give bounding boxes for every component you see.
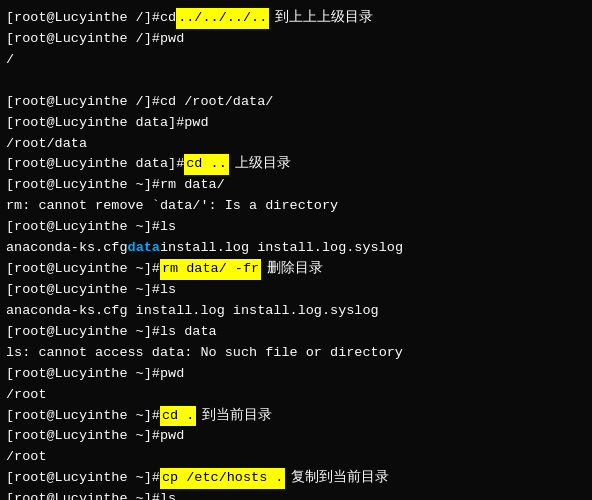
output-text: ls: cannot access data: No such file or …	[6, 343, 403, 364]
prompt: [root@Lucyinthe ~]#	[6, 468, 160, 489]
cmd-before: ls	[160, 280, 176, 301]
cmd-highlight: ../../../..	[176, 8, 269, 29]
cmd-before: pwd	[160, 426, 184, 447]
prompt: [root@Lucyinthe ~]#	[6, 364, 160, 385]
cmd-highlight: rm data/ -fr	[160, 259, 261, 280]
cmd-before: cd /root/data/	[160, 92, 273, 113]
output-text: rm: cannot remove `data/': Is a director…	[6, 196, 338, 217]
cmd-comment: 到当前目录	[202, 406, 272, 427]
prompt: [root@Lucyinthe /]#	[6, 29, 160, 50]
cmd-before: ls	[160, 217, 176, 238]
output-line: /	[6, 50, 586, 71]
cmd-highlight: cp /etc/hosts .	[160, 468, 286, 489]
prompt: [root@Lucyinthe ~]#	[6, 175, 160, 196]
command-line: [root@Lucyinthe /]# cd ../../../.. 到上上上级…	[6, 8, 586, 29]
output-text: anaconda-ks.cfg	[6, 238, 128, 259]
command-line: [root@Lucyinthe ~]# cp /etc/hosts . 复制到当…	[6, 468, 586, 489]
cmd-before: pwd	[160, 29, 184, 50]
output-text: anaconda-ks.cfg install.log install.log.…	[6, 301, 379, 322]
prompt: [root@Lucyinthe ~]#	[6, 259, 160, 280]
output-text: /root	[6, 447, 47, 468]
blank-line	[6, 71, 586, 92]
output-line: rm: cannot remove `data/': Is a director…	[6, 196, 586, 217]
cmd-before: ls data	[160, 322, 217, 343]
command-line: [root@Lucyinthe data]# pwd	[6, 113, 586, 134]
prompt: [root@Lucyinthe ~]#	[6, 426, 160, 447]
output-line: ls: cannot access data: No such file or …	[6, 343, 586, 364]
cmd-comment: 到上上上级目录	[275, 8, 373, 29]
cmd-before: pwd	[184, 113, 208, 134]
output-line: /root	[6, 385, 586, 406]
command-line: [root@Lucyinthe data]# cd .. 上级目录	[6, 154, 586, 175]
command-line: [root@Lucyinthe ~]# ls	[6, 280, 586, 301]
cmd-before: cd	[160, 8, 176, 29]
command-line: [root@Lucyinthe ~]# ls	[6, 217, 586, 238]
output-text: /root/data	[6, 134, 87, 155]
prompt: [root@Lucyinthe ~]#	[6, 322, 160, 343]
command-line: [root@Lucyinthe ~]# cd . 到当前目录	[6, 406, 586, 427]
cmd-comment: 复制到当前目录	[291, 468, 389, 489]
cmd-before: pwd	[160, 364, 184, 385]
cmd-highlight: cd ..	[184, 154, 229, 175]
output-line: anaconda-ks.cfg install.log install.log.…	[6, 301, 586, 322]
command-line: [root@Lucyinthe ~]# ls data	[6, 322, 586, 343]
prompt: [root@Lucyinthe data]#	[6, 154, 184, 175]
prompt: [root@Lucyinthe ~]#	[6, 217, 160, 238]
output-mixed-line: anaconda-ks.cfg data install.log install…	[6, 238, 586, 259]
output-blue-text: data	[128, 238, 160, 259]
prompt: [root@Lucyinthe ~]#	[6, 406, 160, 427]
terminal: [root@Lucyinthe /]# cd ../../../.. 到上上上级…	[6, 8, 586, 500]
command-line: [root@Lucyinthe ~]# pwd	[6, 364, 586, 385]
output-text: install.log install.log.syslog	[160, 238, 403, 259]
cmd-comment: 上级目录	[235, 154, 291, 175]
command-line: [root@Lucyinthe /]# pwd	[6, 29, 586, 50]
command-line: [root@Lucyinthe ~]# pwd	[6, 426, 586, 447]
command-line: [root@Lucyinthe ~]# rm data/ -fr 删除目录	[6, 259, 586, 280]
prompt: [root@Lucyinthe data]#	[6, 113, 184, 134]
output-line: /root	[6, 447, 586, 468]
command-line: [root@Lucyinthe /]# cd /root/data/	[6, 92, 586, 113]
command-line: [root@Lucyinthe ~]# rm data/	[6, 175, 586, 196]
cmd-before: ls	[160, 489, 176, 500]
cmd-highlight: cd .	[160, 406, 196, 427]
prompt: [root@Lucyinthe ~]#	[6, 280, 160, 301]
cmd-comment: 删除目录	[267, 259, 323, 280]
prompt: [root@Lucyinthe ~]#	[6, 489, 160, 500]
prompt: [root@Lucyinthe /]#	[6, 92, 160, 113]
command-line: [root@Lucyinthe ~]# ls	[6, 489, 586, 500]
output-line: /root/data	[6, 134, 586, 155]
output-text: /	[6, 50, 14, 71]
output-text: /root	[6, 385, 47, 406]
cmd-before: rm data/	[160, 175, 225, 196]
prompt: [root@Lucyinthe /]#	[6, 8, 160, 29]
